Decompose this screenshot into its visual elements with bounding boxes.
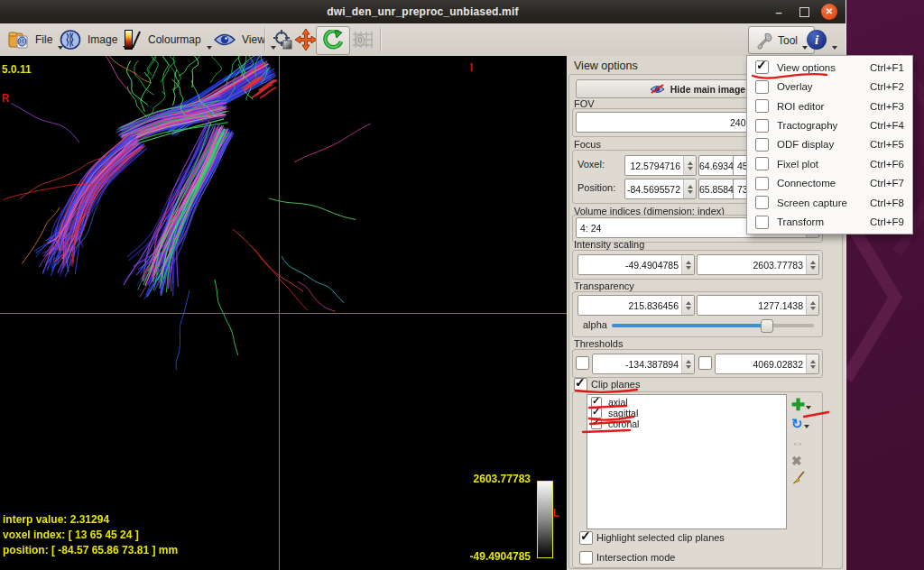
grid-lock-icon (352, 29, 374, 51)
transparency-min-spinbox[interactable]: 215.836456 (578, 295, 695, 316)
panel-title: View options (574, 60, 638, 72)
spin-arrows-icon[interactable] (681, 354, 694, 373)
intensity-max-spinbox[interactable]: 2603.77783 (697, 254, 819, 275)
intersection-mode-checkbox[interactable] (579, 551, 593, 565)
orientation-left-marker: R (2, 92, 10, 105)
highlight-clip-planes-label: Highlight selected clip planes (596, 532, 725, 543)
intersection-mode-label: Intersection mode (596, 552, 675, 563)
focus-label: Focus (574, 139, 601, 150)
transparency-max-spinbox[interactable]: 1277.1438 (697, 295, 819, 316)
menu-item-screen-capture[interactable]: Screen capture Ctrl+F8 (747, 193, 912, 212)
app-window: dwi_den_unr_preproc_unbiased.mif – ✕ Fil… (0, 0, 846, 570)
folder-brain-icon (8, 30, 30, 50)
thresholds-label: Thresholds (574, 338, 623, 349)
image-button-label: Image (88, 33, 117, 46)
position-x-spinbox[interactable]: -84.5695572 (624, 179, 697, 199)
rotate-arrow-icon (322, 30, 344, 51)
colourmap-button[interactable]: Colourmap (119, 26, 216, 53)
colorbar-max-label: 2603.77783 (0, 473, 531, 485)
alpha-slider-handle[interactable] (761, 319, 773, 333)
menu-item-connectome[interactable]: Connectome Ctrl+F7 (747, 174, 912, 193)
clip-coronal-checkbox[interactable] (591, 418, 602, 429)
intensity-scaling-label: Intensity scaling (574, 239, 644, 250)
info-icon: i (807, 30, 827, 50)
toolbar-separator-2 (380, 28, 381, 51)
invert-clip-plane-button[interactable]: ⇔ (791, 435, 809, 451)
orientation-top-marker: I (470, 61, 473, 74)
orientation-bar-marker: L (553, 507, 559, 519)
render-viewport[interactable]: 5.0.11 R I 2603.77783 -49.4904785 L inte… (0, 56, 567, 570)
transparency-label: Transparency (574, 280, 634, 291)
clip-planes-list[interactable]: axial sagittal coronal (587, 394, 787, 529)
info-button[interactable]: i (803, 26, 841, 53)
menu-item-odf-display[interactable]: ODF display Ctrl+F5 (747, 135, 912, 154)
alpha-slider-fill (612, 324, 765, 327)
file-button-label: File (35, 33, 52, 46)
spin-arrows-icon[interactable] (681, 296, 694, 315)
maximize-icon (799, 7, 809, 17)
menu-item-tractography[interactable]: Tractography Ctrl+F4 (747, 116, 912, 135)
reset-clip-plane-button[interactable]: ↻ (791, 416, 809, 432)
status-interp-value: interp value: 2.31294 (3, 513, 109, 526)
move-arrows-icon (294, 28, 318, 51)
clip-plane-row-axial[interactable]: axial (587, 397, 786, 408)
delete-clip-plane-button[interactable]: ✖ (791, 453, 809, 469)
toolbar: File Image Colourmap (0, 23, 845, 57)
menu-item-fixel-plot[interactable]: Fixel plot Ctrl+F6 (747, 154, 912, 173)
clip-coronal-label: coronal (608, 418, 639, 429)
brain-icon (60, 29, 82, 51)
threshold-max-spinbox[interactable]: 4069.02832 (715, 354, 819, 374)
colourmap-icon (123, 28, 143, 51)
spin-arrows-icon[interactable] (806, 255, 818, 274)
broom-icon (791, 470, 807, 485)
crosshair-horizontal (0, 313, 567, 314)
close-button[interactable]: ✕ (820, 0, 838, 23)
rotate-mode-button[interactable] (316, 26, 350, 55)
status-voxel-index: voxel index: [ 13 65 45 24 ] (3, 529, 139, 541)
menu-item-overlay[interactable]: Overlay Ctrl+F2 (747, 78, 912, 97)
minimize-icon: – (775, 5, 781, 19)
highlight-clip-planes-checkbox[interactable] (579, 531, 593, 545)
voxel-edit-button[interactable] (348, 26, 377, 53)
threshold-min-spinbox[interactable]: -134.387894 (592, 354, 695, 374)
clip-planes-label: Clip planes (591, 379, 640, 390)
wrench-icon (755, 32, 773, 50)
threshold-min-checkbox[interactable] (576, 356, 589, 370)
tool-button-label: Tool (778, 34, 798, 47)
menu-item-view-options[interactable]: View options Ctrl+F1 (747, 58, 912, 77)
view-button-label: View (242, 33, 265, 46)
minimize-button[interactable]: – (770, 0, 788, 23)
spin-arrows-icon[interactable] (806, 354, 818, 373)
status-position: position: [ -84.57 65.86 73.81 ] mm (3, 544, 178, 556)
threshold-max-checkbox[interactable] (698, 356, 712, 370)
clip-planes-checkbox[interactable] (574, 378, 587, 391)
info-dropdown-arrow-icon (832, 46, 837, 50)
add-clip-plane-button[interactable]: ✚ (791, 397, 809, 413)
tool-dropdown-menu: View options Ctrl+F1 Overlay Ctrl+F2 ROI… (746, 55, 913, 234)
close-icon: ✕ (821, 4, 837, 20)
spin-arrows-icon[interactable] (683, 156, 696, 175)
clip-plane-row-coronal[interactable]: coronal (587, 418, 786, 429)
menu-item-roi-editor[interactable]: ROI editor Ctrl+F3 (747, 97, 912, 115)
clip-axial-label: axial (608, 397, 628, 408)
spin-arrows-icon[interactable] (683, 179, 696, 198)
spin-arrows-icon[interactable] (806, 296, 818, 315)
crosshair-icon (273, 29, 292, 51)
version-label: 5.0.11 (2, 63, 32, 76)
toolbar-separator (264, 28, 265, 51)
menu-item-transform[interactable]: Transform Ctrl+F9 (747, 213, 912, 232)
menu-check-view-options (755, 60, 769, 74)
clip-plane-row-sagittal[interactable]: sagittal (587, 408, 786, 418)
voxel-label: Voxel: (578, 159, 605, 170)
clip-sagittal-label: sagittal (608, 408, 638, 418)
maximize-button[interactable] (795, 0, 813, 23)
voxel-x-spinbox[interactable]: 12.5794716 (624, 155, 697, 176)
titlebar[interactable]: dwi_den_unr_preproc_unbiased.mif – ✕ (0, 0, 845, 23)
position-label: Position: (578, 182, 615, 193)
clear-clip-planes-button[interactable] (791, 469, 809, 485)
hide-main-image-label: Hide main image (670, 84, 745, 95)
colourmap-button-label: Colourmap (148, 33, 201, 46)
spin-arrows-icon[interactable] (681, 255, 694, 274)
intensity-min-spinbox[interactable]: -49.4904785 (578, 254, 695, 275)
eye-icon (213, 32, 236, 48)
